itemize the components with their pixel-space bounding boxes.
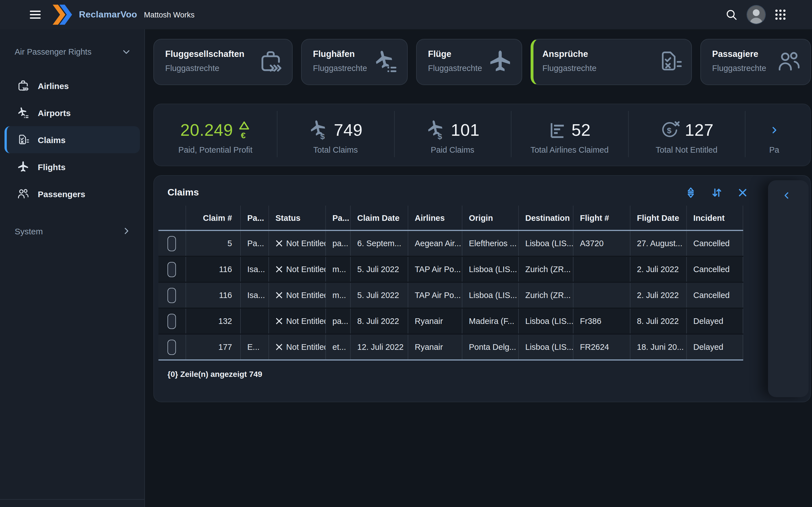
kpi-label: Total Airlines Claimed	[530, 145, 608, 154]
cell-passenger: Isa...	[240, 282, 268, 308]
plane-list-icon	[373, 49, 398, 74]
kpi-scroll-right-button[interactable]	[767, 123, 781, 137]
cell-claim-date: 12. Juli 2022	[350, 334, 408, 360]
cell-claim-date: 6. Septem...	[350, 230, 408, 256]
table-row[interactable]: 177 E... Not Entitled et... 12. Juli 202…	[158, 334, 743, 360]
kpi-paid-potential-profit: 20.249 € Paid, Potential Profit	[154, 104, 277, 166]
col-flight-date[interactable]: Flight Date	[630, 206, 686, 230]
sidebar-item-claims[interactable]: Claims	[4, 126, 140, 153]
cell-airlines: TAP Air Po...	[408, 282, 462, 308]
cell-destination: Zurich (ZR...	[518, 256, 573, 282]
expand-rows-icon[interactable]	[684, 186, 697, 199]
col-destination[interactable]: Destination	[518, 206, 573, 230]
menu-icon[interactable]	[28, 7, 42, 22]
workspace-name: Mattosh Works	[144, 10, 195, 19]
col-status[interactable]: Status	[268, 206, 325, 230]
col-claim-no[interactable]: Claim #	[186, 206, 240, 230]
col-claim-date[interactable]: Claim Date	[350, 206, 408, 230]
card-subtitle: Fluggastrechte	[543, 64, 597, 73]
table-row[interactable]: 132 Not Entitled pa... 8. Juli 2022 Ryan…	[158, 308, 743, 334]
top-bar-actions	[726, 0, 786, 29]
nav-card-passagiere[interactable]: Passagiere Fluggastrechte	[700, 39, 811, 85]
sidebar-item-airlines[interactable]: Airlines	[4, 72, 140, 99]
cell-flight-no: A3720	[573, 230, 630, 256]
coin-x-icon: $	[659, 120, 680, 140]
briefcase-arrows-icon	[258, 49, 283, 74]
cell-flight-date: 2. Juli 2022	[630, 256, 686, 282]
row-checkbox[interactable]	[168, 262, 176, 277]
col-origin[interactable]: Origin	[462, 206, 518, 230]
not-entitled-icon	[275, 266, 282, 273]
nav-card-flughaefen[interactable]: Flughäfen Fluggastrechte	[301, 39, 408, 85]
expand-panel-button[interactable]	[782, 189, 795, 202]
sort-icon[interactable]	[711, 186, 723, 199]
cell-pa2: m...	[325, 282, 350, 308]
cell-claim-no: 132	[186, 308, 240, 334]
kpi-divider	[628, 111, 629, 157]
sidebar-item-label: Claims	[38, 135, 65, 145]
search-icon[interactable]	[726, 9, 738, 20]
cell-flight-date: 18. Juni 20...	[630, 334, 686, 360]
cell-airlines: TAP Air Po...	[408, 256, 462, 282]
card-title: Flughäfen	[313, 49, 367, 59]
row-checkbox[interactable]	[168, 288, 176, 303]
user-avatar[interactable]	[747, 5, 766, 24]
sidebar-item-passengers[interactable]: Passengers	[4, 180, 140, 207]
clear-filter-icon[interactable]	[737, 186, 749, 199]
brand-name: ReclamarVoo	[79, 10, 137, 20]
sidebar-item-label: Passengers	[38, 189, 85, 199]
not-entitled-icon	[275, 344, 282, 350]
cell-status: Not Entitled	[268, 256, 325, 282]
app-window: ReclamarVoo Mattosh Works	[0, 0, 812, 507]
cell-incident: Cancelled	[686, 282, 743, 308]
nav-card-ansprueche[interactable]: Ansprüche Fluggastrechte	[530, 39, 692, 85]
select-all-header[interactable]	[158, 206, 186, 230]
nav-card-fluege[interactable]: Flüge Fluggastrechte	[416, 39, 522, 85]
table-row[interactable]: 116 Isa... Not Entitled m... 5. Juli 202…	[158, 256, 743, 282]
row-checkbox[interactable]	[168, 339, 176, 355]
kpi-divider	[277, 111, 277, 157]
cell-status: Not Entitled	[268, 282, 325, 308]
nav-card-fluggesellschaften[interactable]: Fluggesellschaften Fluggastrechte	[153, 39, 293, 85]
cell-airlines: Ryanair	[408, 308, 462, 334]
briefcase-arrows-icon	[17, 79, 29, 92]
cell-passenger	[240, 308, 268, 334]
sidebar-section-air-passenger-rights[interactable]: Air Passenger Rights	[0, 42, 144, 62]
sidebar-divider	[0, 499, 144, 500]
sidebar-item-label: Flights	[38, 162, 65, 172]
sidebar-item-system[interactable]: System	[0, 220, 144, 242]
card-title: Ansprüche	[543, 49, 597, 59]
cell-claim-no: 5	[186, 230, 240, 256]
cell-destination: Lisboa (LIS...	[518, 230, 573, 256]
plane-icon	[488, 49, 513, 74]
card-subtitle: Fluggastrechte	[712, 64, 766, 73]
cell-origin: Eleftherios ...	[462, 230, 518, 256]
svg-text:$: $	[437, 132, 442, 140]
cell-destination: Lisboa (LIS...	[518, 334, 573, 360]
cell-flight-no	[573, 282, 630, 308]
kpi-label: Total Claims	[313, 145, 358, 154]
sidebar-item-airports[interactable]: Airports	[4, 99, 140, 126]
table-row[interactable]: 5 Pa... Not Entitled pa... 6. Septem... …	[158, 230, 743, 256]
row-checkbox[interactable]	[168, 314, 176, 329]
table-row[interactable]: 116 Isa... Not Entitled m... 5. Juli 202…	[158, 282, 743, 308]
not-entitled-icon	[275, 318, 282, 325]
row-checkbox[interactable]	[168, 236, 176, 251]
sidebar-item-flights[interactable]: Flights	[4, 153, 140, 180]
col-flight-no[interactable]: Flight #	[573, 206, 630, 230]
people-icon	[17, 187, 29, 200]
col-airlines[interactable]: Airlines	[408, 206, 462, 230]
col-passenger[interactable]: Pa...	[240, 206, 268, 230]
cell-passenger: Pa...	[240, 230, 268, 256]
col-incident[interactable]: Incident	[686, 206, 743, 230]
bar-chart-icon	[548, 121, 566, 139]
card-subtitle: Fluggastrechte	[428, 64, 482, 73]
kpi-value: 749	[334, 121, 363, 140]
col-pa2[interactable]: Pa...	[325, 206, 350, 230]
kpi-divider	[511, 111, 511, 157]
cell-claim-date: 5. Juli 2022	[350, 282, 408, 308]
apps-grid-icon[interactable]	[775, 9, 786, 20]
brand-logo-icon	[51, 3, 73, 26]
cell-origin: Madeira (F...	[462, 308, 518, 334]
claims-panel: Claims	[153, 175, 811, 402]
